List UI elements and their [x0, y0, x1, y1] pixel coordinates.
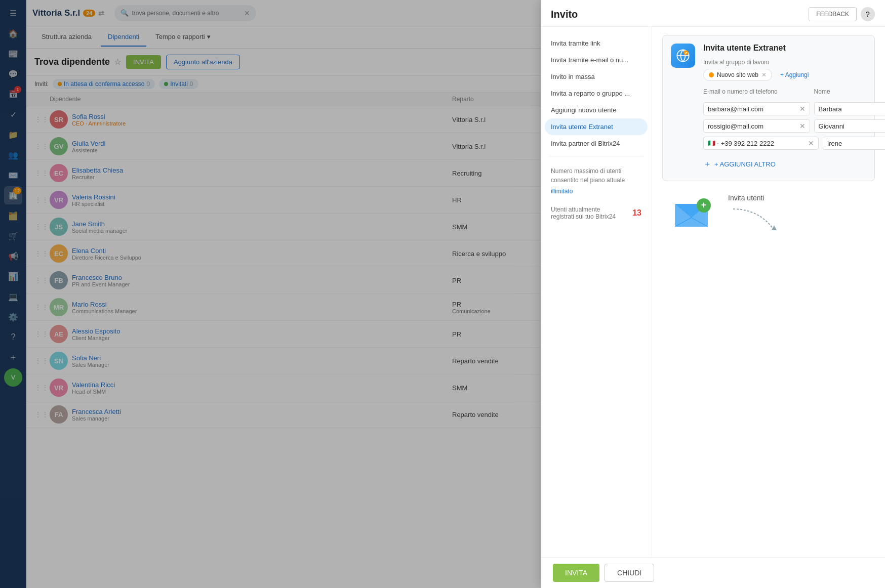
svg-text:+: + [701, 200, 707, 210]
plus-icon: ＋ [703, 159, 711, 170]
modal-overlay: Invito FEEDBACK ? Invita tramite link In… [26, 0, 885, 588]
modal-footer: INVITA CHIUDI [541, 557, 885, 588]
extranet-icon [671, 44, 695, 68]
group-chip-remove[interactable]: ✕ [761, 71, 767, 78]
envelope-svg: + [672, 191, 718, 237]
invita-al-gruppo: Nuovo sito web ✕ + Aggiungi [703, 69, 885, 81]
invite-menu-mass[interactable]: Invito in massa [541, 68, 652, 85]
invite-content: Invita utente Extranet Invita al gruppo … [652, 27, 885, 557]
fields-header-row: E-mail o numero di telefono Nome Cognome [703, 88, 885, 98]
feedback-button[interactable]: FEEDBACK [809, 7, 857, 21]
invite-menu-email[interactable]: Invita tramite e-mail o nu... [541, 52, 652, 68]
flag-prefix: 🇮🇹 · [708, 140, 719, 147]
envelope-illustration: + [672, 191, 718, 237]
modal-invite-button[interactable]: INVITA [553, 564, 599, 582]
sidebar-count: Utenti attualmente registrati sul tuo Bi… [541, 202, 652, 224]
name-field-2[interactable]: ✕ [814, 119, 885, 133]
sidebar-divider [549, 156, 643, 156]
name-input-1[interactable] [819, 105, 885, 113]
clear-email-1[interactable]: ✕ [799, 105, 806, 113]
invite-menu-dept[interactable]: Invita a reparto o gruppo ... [541, 85, 652, 102]
add-another-button[interactable]: ＋ + AGGIUNGI ALTRO [703, 156, 776, 173]
invite-row-1: ✕ ✕ ✕ [703, 102, 885, 115]
email-field-label: E-mail o numero di telefono [703, 88, 810, 95]
modal-close-button[interactable]: CHIUDI [605, 564, 654, 582]
registered-count: 13 [632, 208, 641, 218]
extranet-card-content: Invita utente Extranet Invita al gruppo … [703, 44, 885, 173]
illustration-label: Invita utenti [728, 194, 765, 202]
main-wrapper: Vittoria S.r.l 24 ⇄ 🔍 ✕ Struttura aziend… [26, 0, 885, 588]
name-input-3[interactable] [827, 140, 885, 147]
extranet-card: Invita utente Extranet Invita al gruppo … [662, 35, 875, 181]
invite-menu-new-user[interactable]: Aggiungi nuovo utente [541, 102, 652, 118]
invite-illustration: + Invita utenti [662, 181, 875, 247]
modal-body: Invita tramite link Invita tramite e-mai… [541, 27, 885, 557]
modal-panel: Invito FEEDBACK ? Invita tramite link In… [541, 0, 885, 588]
svg-marker-8 [772, 225, 777, 230]
phone-field-3[interactable]: 🇮🇹 · ✕ [703, 137, 819, 150]
name-field-label: Nome [814, 88, 885, 95]
name-field-3[interactable]: ✕ [823, 137, 885, 150]
clear-phone-3[interactable]: ✕ [808, 139, 814, 147]
invite-row-3: 🇮🇹 · ✕ ✕ ✕ [703, 137, 885, 150]
email-input-1[interactable] [708, 105, 797, 113]
email-input-2[interactable] [708, 122, 797, 130]
name-input-2[interactable] [819, 122, 885, 130]
phone-input-3[interactable] [721, 140, 806, 147]
unlimited-label: illimitato [551, 187, 641, 196]
email-field-2[interactable]: ✕ [703, 119, 810, 133]
invite-menu-partner[interactable]: Invita partner di Bitrix24 [541, 135, 652, 152]
extranet-title: Invita utente Extranet [703, 44, 885, 53]
help-button[interactable]: ? [861, 7, 875, 21]
name-field-1[interactable]: ✕ [814, 102, 885, 115]
email-field-1[interactable]: ✕ [703, 102, 810, 115]
group-dot [709, 72, 714, 77]
group-add-btn[interactable]: + Aggiungi [776, 69, 813, 80]
invite-row-2: ✕ ✕ ✕ [703, 119, 885, 133]
invite-menu-link[interactable]: Invita tramite link [541, 35, 652, 52]
group-label: Invita al gruppo di lavoro [703, 59, 885, 66]
invite-sidebar: Invita tramite link Invita tramite e-mai… [541, 27, 652, 557]
arrow-svg [728, 204, 789, 234]
sidebar-max-info: Numero massimo di utenti consentito nel … [541, 160, 652, 202]
modal-title: Invito [551, 9, 578, 20]
invite-menu-extranet[interactable]: Invita utente Extranet [545, 118, 648, 135]
clear-email-2[interactable]: ✕ [799, 122, 806, 130]
group-chip[interactable]: Nuovo sito web ✕ [703, 69, 772, 81]
